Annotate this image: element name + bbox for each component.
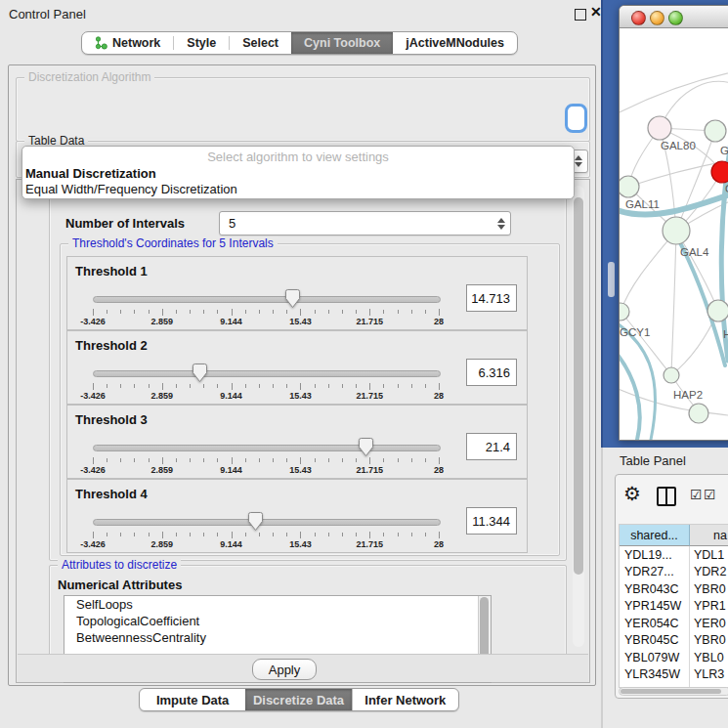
cell-shared-name[interactable]: YBR045C	[620, 632, 690, 650]
threshold-panel: Threshold 3 -3.4262.8599.14415.4321.7152…	[66, 405, 528, 479]
slider-thumb[interactable]	[193, 364, 207, 382]
column-header-shared-name[interactable]: shared...	[620, 525, 690, 546]
table-row[interactable]: YLR345WYLR3	[620, 666, 728, 684]
cell-shared-name[interactable]: YPR145W	[620, 598, 690, 616]
number-of-intervals-combo[interactable]: 5	[219, 211, 511, 236]
table-row[interactable]: YDR27...YDR2	[620, 564, 728, 581]
control-panel: Control Panel ✕ Network Style Select Cyn…	[0, 0, 601, 728]
slider-ticks	[93, 309, 439, 316]
tab-network[interactable]: Network	[82, 32, 173, 54]
threshold-label: Threshold 4	[75, 487, 148, 501]
cell-name[interactable]: YLR3	[690, 666, 728, 684]
table-row[interactable]: YER054CYER0	[620, 615, 728, 632]
scale-tick-label: 2.859	[151, 539, 174, 549]
gear-icon[interactable]: ⚙	[623, 482, 641, 505]
cell-shared-name[interactable]: YDL19...	[620, 546, 690, 564]
threshold-value-input[interactable]: 14.713	[466, 284, 517, 312]
tab-label: Discretize Data	[253, 693, 344, 707]
float-window-icon[interactable]	[575, 9, 586, 21]
slider-track[interactable]	[93, 445, 441, 451]
table-horizontal-scrollbar[interactable]	[619, 687, 728, 696]
cell-name[interactable]: YDR2	[690, 564, 728, 581]
node-label: GAL80	[661, 140, 696, 151]
threshold-slider[interactable]: -3.4262.8599.14415.4321.71528	[93, 289, 439, 326]
slider-track[interactable]	[93, 370, 441, 377]
tab-jactivemnodules[interactable]: jActiveMNodules	[393, 32, 517, 54]
dropdown-option-manual-discretization[interactable]: Manual Discretization	[25, 166, 560, 182]
cell-name[interactable]: YBR0	[690, 580, 728, 598]
checkbox-icon[interactable]: ☑	[704, 488, 716, 501]
table-row[interactable]: YPR145WYPR1	[620, 598, 728, 616]
node-label: HAP2	[673, 389, 703, 401]
column-header-name[interactable]: na	[690, 525, 728, 546]
scale-tick-label: 9.144	[220, 465, 242, 475]
desktop-scrollbar[interactable]	[608, 262, 615, 297]
scale-tick-label: -3.426	[80, 465, 106, 475]
checkbox-icon[interactable]: ☑	[690, 488, 703, 501]
table-row[interactable]: YBR043CYBR0	[620, 580, 728, 598]
slider-thumb[interactable]	[285, 289, 300, 308]
scale-tick-label: 2.859	[151, 465, 174, 475]
table-row[interactable]: YBL079WYBL0	[620, 649, 728, 666]
node-table: shared... na YDL19...YDL1YDR27...YDR2YBR…	[619, 524, 728, 688]
dropdown-option-equal-width-frequency[interactable]: Equal Width/Frequency Discretization	[25, 182, 560, 197]
table-row[interactable]: YDL19...YDL1	[620, 546, 728, 564]
cell-shared-name[interactable]: YBL079W	[620, 649, 690, 666]
tab-cyni-toolbox[interactable]: Cyni Toolbox	[291, 32, 393, 54]
algorithm-dropdown-popup: Select algorithm to view settings Manual…	[21, 146, 575, 199]
group-title: Attributes to discretize	[58, 558, 181, 572]
close-traffic-light-icon[interactable]	[631, 11, 646, 25]
table-row[interactable]: YBR045CYBR0	[620, 632, 728, 650]
slider-track[interactable]	[93, 296, 441, 303]
columns-icon[interactable]	[657, 487, 676, 506]
tab-discretize-data[interactable]: Discretize Data	[245, 689, 351, 710]
scale-tick-label: 9.144	[220, 317, 242, 326]
list-item[interactable]: SelfLoops	[64, 596, 491, 613]
threshold-value-input[interactable]: 21.4	[466, 433, 517, 460]
threshold-slider[interactable]: -3.4262.8599.14415.4321.71528	[93, 512, 439, 549]
list-item[interactable]: TopologicalCoefficient	[64, 613, 491, 629]
threshold-slider[interactable]: -3.4262.8599.14415.4321.71528	[93, 364, 439, 401]
slider-ticks	[93, 383, 439, 390]
cell-name[interactable]: YDL1	[690, 546, 728, 564]
scrollbar-thumb[interactable]	[574, 197, 583, 575]
threshold-panel: Threshold 1 -3.4262.8599.14415.4321.7152…	[66, 256, 528, 330]
slider-scale-labels: -3.4262.8599.14415.4321.71528	[93, 317, 439, 326]
network-view-window[interactable]: GAL80 GA C GAL11 GAL4 GCY1 H HAP2	[619, 5, 728, 441]
tab-select[interactable]: Select	[230, 32, 291, 54]
tab-impute-data[interactable]: Impute Data	[140, 689, 245, 710]
dropdown-placeholder: Select algorithm to view settings	[22, 150, 574, 164]
network-canvas[interactable]: GAL80 GA C GAL11 GAL4 GCY1 H HAP2	[620, 28, 728, 440]
zoom-traffic-light-icon[interactable]	[668, 11, 683, 25]
node-top-right	[705, 120, 726, 142]
scrollbar-thumb[interactable]	[621, 689, 721, 694]
tab-style[interactable]: Style	[174, 32, 229, 54]
cell-name[interactable]: YPR1	[690, 598, 728, 616]
cell-shared-name[interactable]: YDR27...	[620, 564, 690, 581]
cell-name[interactable]: YBL0	[690, 649, 728, 666]
scale-tick-label: 15.43	[289, 539, 312, 549]
node-right	[707, 300, 728, 321]
slider-thumb[interactable]	[359, 438, 373, 456]
tab-infer-network[interactable]: Infer Network	[353, 689, 458, 710]
cell-name[interactable]: YBR0	[690, 632, 728, 650]
cell-shared-name[interactable]: YLR345W	[620, 666, 690, 684]
network-window-titlebar[interactable]	[620, 6, 728, 28]
threshold-slider[interactable]: -3.4262.8599.14415.4321.71528	[93, 438, 439, 475]
slider-track[interactable]	[93, 519, 441, 526]
list-item[interactable]: BetweennessCentrality	[64, 629, 491, 646]
threshold-value-input[interactable]: 11.344	[466, 507, 517, 535]
settings-vertical-scrollbar[interactable]	[573, 186, 584, 647]
cell-shared-name[interactable]: YBR043C	[620, 580, 690, 598]
table-panel: ⚙ ☑ ☑ shared... na YDL19...YDL1YDR27...Y…	[615, 474, 728, 699]
cell-name[interactable]: YER0	[690, 615, 728, 632]
apply-button[interactable]: Apply	[252, 659, 317, 680]
threshold-value-input[interactable]: 6.316	[466, 359, 517, 386]
slider-thumb[interactable]	[248, 512, 263, 531]
combo-value: 5	[229, 216, 236, 231]
node-gcy1	[620, 303, 629, 321]
algorithm-combo-button-focused[interactable]	[565, 104, 587, 133]
cell-shared-name[interactable]: YER054C	[620, 615, 690, 632]
minimize-traffic-light-icon[interactable]	[650, 11, 664, 25]
close-icon[interactable]: ✕	[590, 4, 602, 20]
